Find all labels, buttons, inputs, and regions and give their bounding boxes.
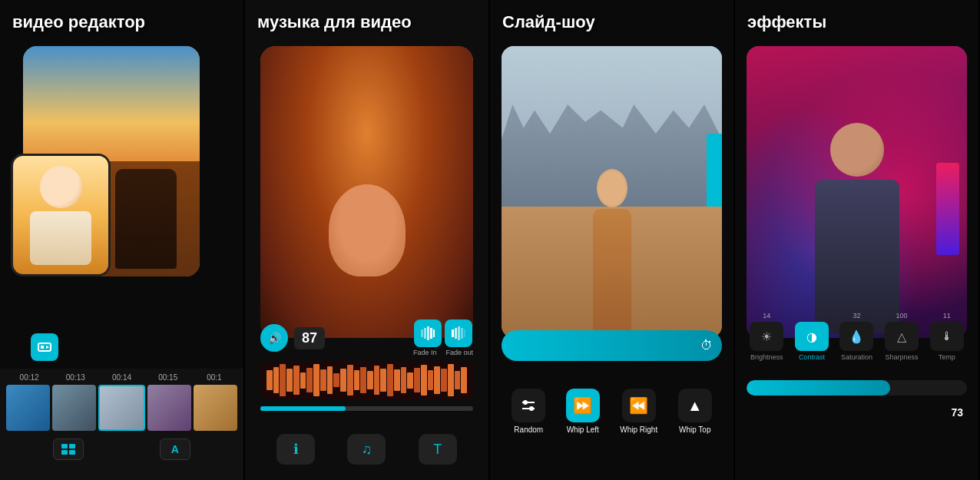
panel1-icon-text[interactable]: A — [160, 439, 190, 460]
panel2-progress-fill — [260, 406, 346, 411]
panel2-title: музыка для видео — [257, 12, 412, 32]
transition-whip-left[interactable]: ⏩ Whip Left — [566, 389, 600, 434]
panel4-slider-value: 73 — [951, 406, 963, 419]
svg-rect-1 — [41, 346, 44, 349]
panel3-person — [581, 169, 643, 338]
timecode-2: 00:14 — [98, 373, 144, 382]
thumb-1 — [52, 385, 96, 431]
transition-whip-right[interactable]: ⏪ Whip Right — [620, 389, 657, 434]
panel1-timeline: 00:12 00:13 00:14 00:15 00:1 A — [0, 369, 243, 480]
svg-rect-12 — [455, 328, 457, 339]
panel2-photo — [260, 46, 473, 338]
effect-brightness-val: 14 — [763, 312, 770, 319]
panel2-waveform — [260, 361, 473, 399]
timecode-3: 00:15 — [145, 373, 191, 382]
effect-sharpness-val: 100 — [896, 312, 908, 319]
panel1-logo-icon — [31, 333, 58, 361]
panel3-transition-buttons: Random ⏩ Whip Left ⏪ Whip Right ▲ Whip T… — [502, 389, 722, 434]
panel1-woman-photo — [13, 156, 108, 274]
panel1-bottom-icons: A — [0, 431, 243, 468]
panel-slideshow: Слайд-шоу ⏱ Random — [490, 0, 735, 480]
effect-contrast-val — [811, 312, 813, 319]
panel4-slider-fill — [747, 380, 890, 396]
panel-video-editor: видео редактор 00:12 00:13 — [0, 0, 245, 480]
panel4-slider[interactable] — [747, 380, 967, 396]
panel3-photo — [502, 46, 722, 338]
panel1-logo-area — [31, 333, 58, 361]
transition-whip-right-label: Whip Right — [620, 425, 657, 434]
panel2-text-btn[interactable]: T — [419, 434, 457, 465]
timecode-0: 00:12 — [6, 373, 52, 382]
effect-sharpness[interactable]: 100 △ Sharpness — [882, 312, 922, 361]
transition-whip-top-icon: ▲ — [678, 389, 712, 422]
svg-rect-6 — [421, 329, 423, 337]
panel1-overlay-phone — [11, 154, 111, 276]
effect-temp[interactable]: 11 🌡 Temp — [926, 312, 967, 361]
panel2-fade-out-btn[interactable] — [445, 319, 472, 347]
svg-rect-2 — [61, 444, 68, 449]
timecode-1: 00:13 — [52, 373, 98, 382]
thumb-3 — [147, 385, 191, 431]
transition-whip-left-label: Whip Left — [567, 425, 599, 434]
panel2-music-btn[interactable]: ♫ — [347, 434, 386, 465]
svg-point-18 — [523, 400, 528, 405]
effect-brightness-label: Brightness — [750, 353, 783, 361]
panel4-title: эффекты — [747, 12, 826, 32]
fade-out-label: Fade out — [445, 349, 473, 356]
panel2-fade-in-btn[interactable] — [414, 319, 442, 347]
panel3-person-head — [597, 169, 627, 207]
svg-rect-4 — [61, 450, 68, 455]
transition-random[interactable]: Random — [512, 389, 545, 434]
svg-point-19 — [529, 406, 534, 411]
panel1-title: видео редактор — [12, 12, 145, 32]
svg-rect-5 — [69, 450, 75, 455]
effect-saturation-icon: 💧 — [839, 322, 873, 351]
panel3-timer-bar: ⏱ — [502, 330, 722, 361]
transition-whip-top[interactable]: ▲ Whip Top — [678, 389, 712, 434]
effect-saturation[interactable]: 32 💧 Saturation — [836, 312, 877, 361]
panel3-person-body — [593, 209, 631, 332]
svg-rect-10 — [433, 329, 435, 337]
thumb-2-active — [98, 385, 145, 431]
svg-rect-15 — [464, 329, 465, 337]
thumb-0 — [6, 385, 50, 431]
svg-rect-13 — [458, 326, 460, 340]
svg-rect-9 — [430, 328, 432, 339]
effect-brightness[interactable]: 14 ☀ Brightness — [747, 312, 787, 361]
svg-rect-14 — [461, 328, 463, 339]
timecode-4: 00:1 — [191, 373, 237, 382]
panel4-effects-row: 14 ☀ Brightness ◑ Contrast 32 💧 Saturati… — [747, 312, 967, 361]
effect-saturation-val: 32 — [853, 312, 860, 319]
panel2-progress[interactable] — [260, 406, 473, 411]
panel-effects: эффекты 14 ☀ Brightness ◑ Contrast 32 💧 … — [735, 0, 980, 480]
panel1-thumbnails — [0, 385, 243, 431]
panel2-info-btn[interactable]: ℹ — [276, 434, 315, 465]
effect-sharpness-label: Sharpness — [886, 353, 919, 361]
svg-rect-3 — [69, 444, 75, 449]
thumb-4 — [194, 385, 237, 431]
effect-contrast-label: Contrast — [799, 353, 825, 361]
transition-random-label: Random — [514, 425, 543, 434]
transition-whip-left-icon: ⏩ — [566, 389, 600, 422]
panel1-icon-grid[interactable] — [53, 439, 84, 460]
svg-rect-11 — [452, 329, 454, 337]
effect-temp-val: 11 — [943, 312, 951, 319]
panel-music: музыка для видео 🔊 87 — [245, 0, 490, 480]
transition-whip-right-icon: ⏪ — [622, 389, 656, 422]
effect-contrast[interactable]: ◑ Contrast — [792, 312, 833, 361]
fade-in-label: Fade In — [413, 349, 437, 356]
transition-whip-top-label: Whip Top — [679, 425, 711, 434]
panel2-controls: 🔊 87 — [260, 319, 473, 357]
panel3-title: Слайд-шоу — [502, 12, 595, 32]
effect-temp-icon: 🌡 — [930, 322, 964, 351]
panel2-bottom-icons: ℹ ♫ T — [260, 434, 473, 465]
panel2-volume-btn[interactable]: 🔊 — [260, 324, 288, 352]
effect-contrast-icon: ◑ — [795, 322, 829, 351]
effect-brightness-icon: ☀ — [750, 322, 783, 351]
panel4-photo — [747, 46, 967, 338]
panel1-timecodes: 00:12 00:13 00:14 00:15 00:1 — [0, 369, 243, 385]
svg-rect-7 — [424, 328, 426, 339]
effect-temp-label: Temp — [939, 353, 955, 361]
svg-rect-8 — [427, 326, 429, 340]
effect-saturation-label: Saturation — [841, 353, 872, 361]
